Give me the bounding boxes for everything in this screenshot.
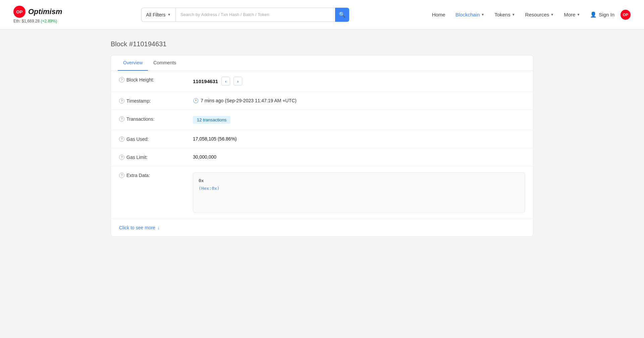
clock-icon: 🕐: [193, 98, 199, 103]
help-icon[interactable]: ?: [119, 116, 124, 122]
arrow-down-icon: ↓: [157, 225, 160, 230]
nav-home[interactable]: Home: [428, 9, 449, 20]
search-input[interactable]: [175, 8, 335, 22]
block-height-row: ? Block Height: 110194631 ‹ ›: [111, 71, 533, 92]
nav-tokens[interactable]: Tokens ▼: [490, 9, 519, 20]
sign-in-button[interactable]: 👤 Sign In: [586, 9, 619, 20]
chevron-down-icon: ▼: [481, 13, 484, 16]
chevron-down-icon: ▼: [577, 13, 580, 16]
help-icon[interactable]: ?: [119, 136, 124, 142]
main-nav: Home Blockchain ▼ Tokens ▼ Resources ▼ M…: [428, 9, 631, 20]
extra-data-value: 0x (Hex:0x): [193, 172, 525, 213]
next-block-button[interactable]: ›: [233, 77, 242, 86]
eth-price: Eth: $1,669.28 (+2.89%): [13, 19, 62, 23]
block-detail-card: Overview Comments ? Block Height: 110194…: [111, 55, 533, 237]
block-height-value: 110194631 ‹ ›: [193, 77, 525, 86]
timestamp-label: ? Timestamp:: [119, 98, 186, 104]
transactions-label: ? Transactions:: [119, 116, 186, 122]
help-icon[interactable]: ?: [119, 77, 124, 82]
transactions-value: 12 transactions: [193, 116, 525, 124]
page-content: Block #110194631 Overview Comments ? Blo…: [97, 40, 547, 237]
chevron-down-icon: ▼: [550, 13, 554, 16]
extra-data-label: ? Extra Data:: [119, 172, 186, 178]
gas-limit-label: ? Gas Limit:: [119, 154, 186, 160]
help-icon[interactable]: ?: [119, 173, 124, 178]
page-title: Block #110194631: [111, 40, 533, 48]
header-left: OP Optimism Eth: $1,669.28 (+2.89%): [13, 6, 62, 23]
tab-overview[interactable]: Overview: [118, 55, 148, 71]
extra-data-row: ? Extra Data: 0x (Hex:0x): [111, 166, 533, 219]
help-icon[interactable]: ?: [119, 98, 124, 104]
chevron-down-icon: ▼: [167, 13, 171, 16]
search-icon: 🔍: [339, 11, 345, 18]
prev-block-button[interactable]: ‹: [221, 77, 230, 86]
gas-limit-row: ? Gas Limit: 30,000,000: [111, 148, 533, 166]
header: OP Optimism Eth: $1,669.28 (+2.89%) All …: [0, 0, 644, 30]
extra-data-box[interactable]: 0x (Hex:0x): [193, 172, 525, 213]
nav-more[interactable]: More ▼: [560, 9, 584, 20]
search-button[interactable]: 🔍: [335, 8, 349, 22]
see-more-link[interactable]: Click to see more ↓: [111, 219, 533, 236]
chevron-down-icon: ▼: [512, 13, 515, 16]
account-icon: 👤: [590, 11, 597, 18]
filter-button[interactable]: All Filters ▼: [141, 8, 175, 22]
timestamp-row: ? Timestamp: 🕐 7 mins ago (Sep-29-2023 1…: [111, 92, 533, 110]
op-avatar[interactable]: OP: [621, 10, 631, 20]
gas-used-label: ? Gas Used:: [119, 136, 186, 142]
gas-used-row: ? Gas Used: 17,058,105 (56.86%): [111, 130, 533, 148]
logo-link[interactable]: OP Optimism: [13, 6, 62, 18]
gas-limit-value: 30,000,000: [193, 154, 525, 160]
block-height-label: ? Block Height:: [119, 77, 186, 82]
gas-used-value: 17,058,105 (56.86%): [193, 136, 525, 142]
nav-resources[interactable]: Resources ▼: [521, 9, 558, 20]
logo-name: Optimism: [28, 7, 62, 16]
search-bar: All Filters ▼ 🔍: [141, 8, 349, 22]
help-icon[interactable]: ?: [119, 155, 124, 160]
logo-icon: OP: [13, 6, 25, 18]
timestamp-value: 🕐 7 mins ago (Sep-29-2023 11:47:19 AM +U…: [193, 98, 525, 103]
nav-blockchain[interactable]: Blockchain ▼: [451, 9, 488, 20]
tab-bar: Overview Comments: [111, 55, 533, 71]
transactions-badge[interactable]: 12 transactions: [193, 116, 230, 124]
transactions-row: ? Transactions: 12 transactions: [111, 110, 533, 130]
tab-comments[interactable]: Comments: [148, 55, 181, 71]
